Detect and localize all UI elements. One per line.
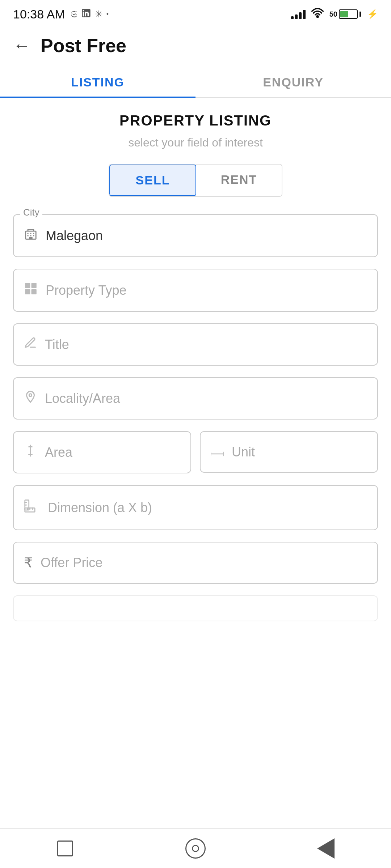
extra-input bbox=[13, 595, 378, 621]
svg-rect-11 bbox=[29, 237, 33, 239]
title-placeholder: Title bbox=[45, 337, 69, 352]
nav-back-button[interactable] bbox=[311, 834, 340, 863]
city-label: City bbox=[20, 207, 42, 218]
title-input[interactable]: Title bbox=[13, 323, 378, 366]
circle-inner-icon bbox=[192, 845, 199, 852]
offer-price-field-wrapper: ₹ Offer Price bbox=[13, 542, 378, 584]
section-subtitle: select your field of interest bbox=[13, 136, 378, 149]
nav-home-button[interactable] bbox=[51, 834, 80, 863]
status-right: 50 ⚡ bbox=[291, 8, 378, 21]
s-icon: 𝔖 bbox=[70, 9, 77, 20]
svg-rect-7 bbox=[33, 233, 34, 234]
svg-rect-12 bbox=[25, 283, 30, 288]
sell-button[interactable]: SELL bbox=[109, 165, 196, 196]
locality-input[interactable]: Locality/Area bbox=[13, 377, 378, 420]
city-input[interactable]: Malegaon bbox=[13, 214, 378, 257]
tab-listing[interactable]: LISTING bbox=[0, 65, 196, 97]
rent-button[interactable]: RENT bbox=[196, 165, 282, 196]
app-title: Post Free bbox=[41, 35, 126, 56]
area-field-wrapper: Area bbox=[13, 431, 191, 473]
svg-rect-15 bbox=[31, 289, 37, 294]
rupee-icon: ₹ bbox=[24, 555, 33, 571]
title-icon bbox=[24, 336, 37, 353]
svg-point-2 bbox=[83, 10, 84, 11]
dimension-placeholder: Dimension (a X b) bbox=[48, 500, 152, 515]
square-icon bbox=[57, 841, 73, 856]
svg-rect-5 bbox=[28, 233, 29, 234]
dot-icon: • bbox=[106, 10, 109, 18]
main-content: PROPERTY LISTING select your field of in… bbox=[0, 98, 391, 680]
area-unit-row: Area Unit bbox=[13, 431, 378, 473]
property-type-input[interactable]: Property Type bbox=[13, 269, 378, 312]
svg-rect-13 bbox=[31, 283, 37, 288]
locality-field-wrapper: Locality/Area bbox=[13, 377, 378, 420]
wifi-icon bbox=[311, 8, 324, 21]
svg-rect-1 bbox=[83, 12, 84, 16]
svg-rect-6 bbox=[30, 233, 31, 234]
dimension-icon bbox=[24, 498, 40, 517]
linkedin-icon bbox=[81, 8, 91, 21]
status-icons: 𝔖 ✳ • bbox=[70, 8, 109, 21]
svg-rect-14 bbox=[25, 289, 30, 294]
city-value: Malegaon bbox=[46, 228, 103, 243]
unit-icon bbox=[211, 444, 224, 460]
offer-price-placeholder: Offer Price bbox=[41, 555, 102, 570]
title-field-wrapper: Title bbox=[13, 323, 378, 366]
section-title: PROPERTY LISTING bbox=[13, 112, 378, 129]
status-bar: 10:38 AM 𝔖 ✳ • bbox=[0, 0, 391, 26]
nav-circle-button[interactable] bbox=[181, 834, 210, 863]
locality-icon bbox=[24, 390, 37, 407]
area-input[interactable]: Area bbox=[13, 431, 191, 473]
tab-enquiry[interactable]: ENQUIRY bbox=[196, 65, 391, 97]
tabs-container: LISTING ENQUIRY bbox=[0, 65, 391, 98]
battery-icon: 50 bbox=[329, 9, 361, 19]
misc-icon: ✳ bbox=[95, 9, 103, 20]
signal-bars-icon bbox=[291, 9, 306, 19]
status-left: 10:38 AM 𝔖 ✳ • bbox=[13, 7, 109, 21]
property-type-field-wrapper: Property Type bbox=[13, 269, 378, 312]
charging-icon: ⚡ bbox=[367, 9, 378, 19]
city-icon bbox=[24, 227, 38, 244]
svg-rect-8 bbox=[28, 235, 29, 236]
property-type-placeholder: Property Type bbox=[46, 283, 126, 298]
svg-rect-9 bbox=[30, 235, 31, 236]
area-icon bbox=[24, 444, 37, 460]
app-bar: ← Post Free bbox=[0, 26, 391, 65]
dimension-input[interactable]: Dimension (a X b) bbox=[13, 485, 378, 530]
triangle-icon bbox=[317, 838, 335, 859]
svg-rect-10 bbox=[33, 235, 34, 236]
city-field-wrapper: City Malegaon bbox=[13, 214, 378, 257]
circle-icon bbox=[185, 838, 206, 859]
unit-input[interactable]: Unit bbox=[200, 431, 378, 473]
locality-placeholder: Locality/Area bbox=[45, 391, 120, 406]
property-type-icon bbox=[24, 282, 38, 299]
offer-price-input[interactable]: ₹ Offer Price bbox=[13, 542, 378, 584]
unit-placeholder: Unit bbox=[232, 444, 255, 460]
svg-point-3 bbox=[317, 16, 318, 17]
unit-field-wrapper: Unit bbox=[200, 431, 378, 473]
sell-rent-toggle: SELL RENT bbox=[109, 164, 282, 197]
svg-point-16 bbox=[29, 394, 32, 397]
back-button[interactable]: ← bbox=[13, 37, 30, 54]
status-time: 10:38 AM bbox=[13, 7, 65, 21]
dimension-field-wrapper: Dimension (a X b) bbox=[13, 485, 378, 530]
extra-field-wrapper bbox=[13, 595, 378, 621]
area-placeholder: Area bbox=[45, 445, 72, 460]
nav-bar bbox=[0, 828, 391, 868]
